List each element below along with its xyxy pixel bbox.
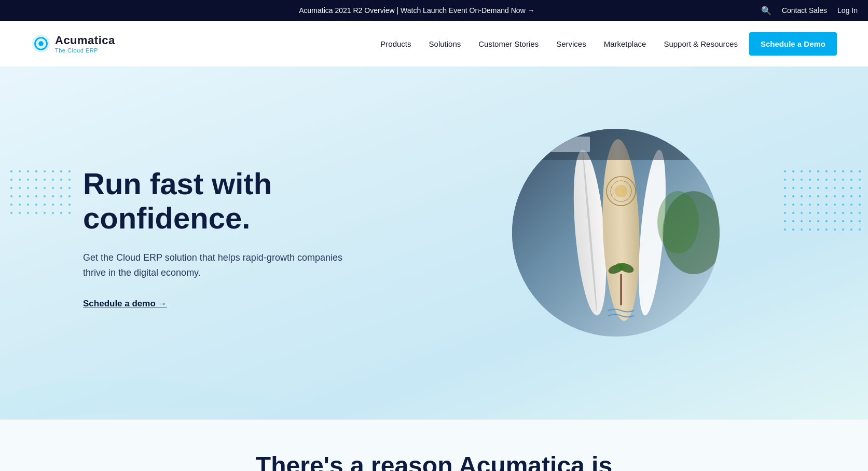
dot — [850, 220, 852, 222]
dot — [859, 228, 861, 231]
nav-link-products[interactable]: Products — [374, 35, 417, 52]
dot — [27, 212, 29, 214]
dot — [850, 170, 852, 172]
schedule-demo-button[interactable]: Schedule a Demo — [749, 32, 837, 56]
dot — [859, 195, 861, 197]
logo-tagline: The Cloud ERP — [55, 47, 115, 53]
dot — [842, 195, 844, 197]
bottom-heading: There's a reason Acumatica is the fastes… — [253, 451, 616, 471]
nav-link-support[interactable]: Support & Resources — [657, 35, 744, 52]
logo[interactable]: Acumatica The Cloud ERP — [31, 34, 115, 53]
main-nav: Products Solutions Customer Stories Serv… — [374, 32, 837, 56]
dot — [19, 187, 21, 189]
nav-menu: Products Solutions Customer Stories Serv… — [374, 32, 837, 56]
dot — [10, 204, 12, 206]
dot — [859, 204, 861, 206]
dot — [10, 170, 12, 172]
dot — [19, 170, 21, 172]
svg-point-18 — [657, 191, 699, 253]
hero-heading: Run fast with confidence. — [83, 167, 394, 236]
dot — [27, 195, 29, 197]
dot — [842, 228, 844, 231]
nav-item-marketplace[interactable]: Marketplace — [598, 35, 653, 52]
hero-subtext: Get the Cloud ERP solution that helps ra… — [83, 250, 353, 280]
dot — [850, 179, 852, 181]
contact-sales-link[interactable]: Contact Sales — [782, 6, 827, 15]
logo-icon — [31, 34, 51, 53]
dot — [10, 179, 12, 181]
nav-item-solutions[interactable]: Solutions — [423, 35, 467, 52]
banner-right-actions: 🔍 Contact Sales Log In — [761, 6, 858, 16]
nav-item-customer-stories[interactable]: Customer Stories — [472, 35, 545, 52]
hero-circle-image — [512, 129, 720, 337]
dot — [859, 179, 861, 181]
hero-section: Run fast with confidence. Get the Cloud … — [0, 66, 868, 420]
dot — [850, 212, 852, 214]
svg-rect-16 — [538, 137, 590, 152]
dot — [850, 228, 852, 231]
banner-message[interactable]: Acumatica 2021 R2 Overview | Watch Launc… — [73, 6, 761, 15]
dot — [842, 179, 844, 181]
logo-name: Acumatica — [55, 34, 115, 47]
dot — [10, 195, 12, 197]
dot — [842, 220, 844, 222]
dot — [27, 204, 29, 206]
circle-image-bg — [512, 129, 720, 337]
bottom-section: There's a reason Acumatica is the fastes… — [0, 420, 868, 471]
dot — [859, 212, 861, 214]
dot — [859, 170, 861, 172]
hero-wave-decoration — [0, 326, 868, 420]
dot — [10, 212, 12, 214]
nav-link-customer-stories[interactable]: Customer Stories — [472, 35, 545, 52]
header: Acumatica The Cloud ERP Products Solutio… — [0, 21, 868, 66]
dot — [859, 187, 861, 189]
dot — [27, 170, 29, 172]
search-icon[interactable]: 🔍 — [761, 6, 771, 16]
surfboard-svg — [512, 129, 720, 337]
login-link[interactable]: Log In — [837, 6, 858, 15]
dot — [850, 204, 852, 206]
dot — [850, 187, 852, 189]
banner-link[interactable]: Acumatica 2021 R2 Overview | Watch Launc… — [299, 6, 534, 15]
nav-link-services[interactable]: Services — [550, 35, 593, 52]
svg-point-2 — [38, 41, 44, 46]
dot — [842, 204, 844, 206]
nav-item-products[interactable]: Products — [374, 35, 417, 52]
dot — [850, 195, 852, 197]
logo-text: Acumatica The Cloud ERP — [55, 34, 115, 53]
nav-link-solutions[interactable]: Solutions — [423, 35, 467, 52]
dot — [27, 179, 29, 181]
dot — [19, 179, 21, 181]
dot — [19, 204, 21, 206]
svg-point-9 — [615, 185, 627, 197]
dot — [19, 212, 21, 214]
hero-content: Run fast with confidence. Get the Cloud … — [31, 167, 394, 309]
dot — [859, 220, 861, 222]
nav-item-services[interactable]: Services — [550, 35, 593, 52]
dot — [842, 170, 844, 172]
dot — [10, 187, 12, 189]
dot — [19, 195, 21, 197]
nav-item-cta[interactable]: Schedule a Demo — [749, 32, 837, 56]
dot — [842, 212, 844, 214]
nav-link-marketplace[interactable]: Marketplace — [598, 35, 653, 52]
hero-image — [394, 139, 837, 337]
nav-item-support[interactable]: Support & Resources — [657, 35, 744, 52]
dot — [27, 187, 29, 189]
hero-cta-link[interactable]: Schedule a demo → — [83, 299, 167, 309]
dot — [842, 187, 844, 189]
top-banner: Acumatica 2021 R2 Overview | Watch Launc… — [0, 0, 868, 21]
